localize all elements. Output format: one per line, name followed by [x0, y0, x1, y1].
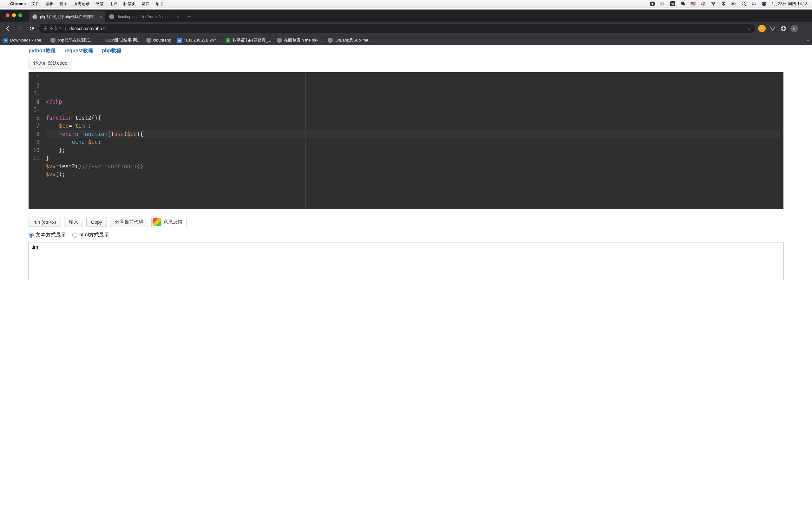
tab-active[interactable]: php7在线执行,php代码在线测试 × — [29, 11, 105, 22]
tabstrip: php7在线执行,php代码在线测试 × duoshop.cn/seller/A… — [0, 9, 812, 22]
copy-button[interactable]: Copy — [86, 217, 107, 227]
globe-icon — [32, 14, 38, 19]
new-tab-button[interactable]: + — [185, 12, 194, 21]
globe-icon — [277, 38, 282, 43]
lock-icon: 🔒 — [225, 38, 231, 43]
address-bar[interactable]: 不安全 | dooccn.com/php7/ ☆ — [39, 24, 755, 33]
code-line[interactable]: } — [46, 154, 780, 163]
tray-siri-icon[interactable] — [762, 1, 767, 6]
chrome-window: php7在线执行,php代码在线测试 × duoshop.cn/seller/A… — [0, 9, 812, 507]
radio-text-input[interactable] — [29, 233, 34, 238]
tab-inactive[interactable]: duoshop.cn/seller/Admin/login × — [106, 11, 182, 22]
tray-wps-icon[interactable]: W — [670, 1, 675, 6]
menu-view[interactable]: 视图 — [59, 1, 67, 7]
app-name[interactable]: Chrome — [10, 1, 26, 6]
bookmark-star-icon[interactable]: ☆ — [747, 26, 751, 31]
code-line[interactable]: return function()use($cc){ — [46, 130, 780, 138]
menu-help[interactable]: 帮助 — [155, 1, 164, 7]
code-line[interactable]: echo $cc; — [46, 138, 780, 147]
back-button[interactable] — [3, 24, 12, 33]
tutorial-links: python教程 request教程 php教程 — [0, 45, 812, 58]
reset-code-button[interactable]: 还原到默认code — [29, 58, 72, 68]
menu-user[interactable]: 用户 — [109, 1, 118, 7]
tray-flag-icon[interactable]: 🇺🇸 — [691, 1, 696, 6]
code-line[interactable] — [46, 106, 780, 114]
bookmark-item[interactable]: 在面包店In the bak... — [277, 38, 322, 43]
code-line[interactable]: <?php — [46, 98, 780, 106]
menu-bookmarks[interactable]: 书签 — [96, 1, 104, 7]
macos-menubar: Chrome 文件 编辑 视图 历史记录 书签 用户 标签页 窗口 帮助 W 🇺… — [0, 0, 812, 8]
forward-button[interactable] — [15, 24, 24, 33]
tray-search-icon[interactable] — [741, 1, 746, 6]
chrome-menu-button[interactable]: ⋮ — [801, 25, 809, 32]
code-line[interactable]: $cc="tim"; — [46, 122, 780, 130]
svg-point-5 — [682, 3, 685, 5]
menu-edit[interactable]: 编辑 — [45, 1, 54, 7]
reload-button[interactable] — [27, 24, 36, 33]
bookmarks-bar: ⬇Downloads - The... php代码在线测试,... CDN测试结… — [0, 35, 812, 45]
input-button[interactable]: 输入 — [64, 217, 83, 227]
tray-record-icon[interactable] — [650, 1, 655, 6]
extension-icon-2[interactable] — [769, 25, 776, 32]
feedback-icon — [153, 218, 161, 226]
code-line[interactable] — [46, 179, 780, 187]
globe-icon — [146, 38, 151, 43]
bookmark-item[interactable]: ⬇Downloads - The... — [3, 38, 45, 43]
tray-docker-icon[interactable] — [660, 1, 665, 6]
svg-point-6 — [713, 5, 713, 5]
bookmark-item[interactable]: ip"103.230.218.247... — [177, 38, 220, 43]
code-line[interactable]: $vv=test2();//$vv=function(){} — [46, 163, 780, 171]
tray-control-icon[interactable] — [751, 1, 757, 6]
output-box: tim — [29, 242, 783, 280]
bookmarks-overflow-button[interactable]: » — [807, 38, 809, 43]
svg-line-11 — [745, 5, 746, 6]
traffic-lights — [6, 13, 22, 17]
menu-window[interactable]: 窗口 — [142, 1, 150, 7]
bookmark-item[interactable]: php代码在线测试,... — [50, 38, 94, 43]
tray-wechat-icon[interactable] — [680, 1, 686, 6]
code-line[interactable]: function test2(){ — [46, 114, 780, 122]
close-icon[interactable]: × — [100, 14, 102, 19]
menu-tabs[interactable]: 标签页 — [123, 1, 136, 7]
code-editor[interactable]: 1234567891011 <?php function test2(){ $c… — [29, 72, 783, 209]
profile-avatar[interactable]: c — [791, 25, 798, 32]
extension-icon-1[interactable] — [758, 25, 766, 32]
run-button[interactable]: run (ctrl+x) — [29, 217, 61, 227]
bookmark-item[interactable]: GoLang及Sublime... — [328, 38, 372, 43]
browser-toolbar: 不安全 | dooccn.com/php7/ ☆ c ⋮ — [0, 22, 812, 35]
bookmark-item[interactable]: cloudrang — [146, 38, 171, 43]
tray-wifi-icon[interactable] — [711, 1, 716, 6]
insecure-label: 不安全 — [49, 26, 62, 32]
action-buttons: run (ctrl+x) 输入 Copy 分享当前代码 意见反馈 — [29, 217, 783, 227]
code-line[interactable]: }; — [46, 147, 780, 155]
tray-battery-icon[interactable] — [731, 1, 736, 6]
display-mode-radios: 文本方式显示 html方式显示 — [29, 232, 783, 238]
share-button[interactable]: 分享当前代码 — [110, 217, 148, 227]
radio-html-mode[interactable]: html方式显示 — [72, 232, 109, 238]
extensions-button[interactable] — [780, 25, 787, 32]
editor-code-area[interactable]: <?php function test2(){ $cc="tim"; retur… — [43, 72, 783, 209]
link-request-tutorial[interactable]: request教程 — [64, 48, 93, 54]
svg-rect-9 — [735, 3, 735, 4]
code-line[interactable]: $vv(); — [46, 170, 780, 179]
link-php-tutorial[interactable]: php教程 — [102, 48, 121, 54]
window-zoom-button[interactable] — [18, 13, 22, 17]
feedback-button[interactable]: 意见反馈 — [151, 217, 187, 227]
bookmark-item[interactable]: CDN测试结果 网... — [99, 38, 141, 43]
tray-datetime[interactable]: 1月28日 周四 14:18 — [772, 1, 808, 7]
radio-text-mode[interactable]: 文本方式显示 — [29, 232, 66, 238]
tab-title: php7在线执行,php代码在线测试 — [40, 14, 97, 20]
window-minimize-button[interactable] — [12, 13, 16, 17]
radio-html-input[interactable] — [72, 233, 78, 238]
tray-volume-icon[interactable] — [701, 1, 706, 6]
tray-bluetooth-icon[interactable] — [721, 1, 726, 6]
page-content: python教程 request教程 php教程 还原到默认code 12345… — [0, 45, 812, 507]
svg-point-1 — [652, 3, 653, 5]
menu-history[interactable]: 历史记录 — [73, 1, 90, 7]
menu-file[interactable]: 文件 — [32, 1, 40, 7]
link-python-tutorial[interactable]: python教程 — [29, 48, 55, 54]
bookmark-item[interactable]: 🔒数字证书内容查看_... — [225, 38, 271, 43]
window-close-button[interactable] — [6, 13, 9, 17]
security-indicator[interactable]: 不安全 — [43, 26, 62, 32]
close-icon[interactable]: × — [176, 14, 179, 19]
